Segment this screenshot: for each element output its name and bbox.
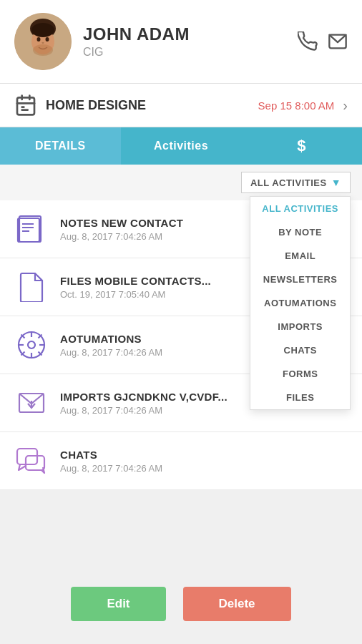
breadcrumb-title: HOME DESIGNE (46, 98, 250, 113)
svg-rect-32 (26, 456, 44, 470)
header: JOHN ADAM CIG (0, 0, 362, 84)
breadcrumb-date: Sep 15 8:00 AM (258, 99, 335, 112)
delete-button[interactable]: Delete (183, 587, 291, 621)
tabs: DETAILS Activities $ (0, 127, 362, 165)
file-icon (14, 270, 49, 304)
activity-title-chats: CHATS (60, 449, 348, 461)
svg-rect-14 (19, 216, 41, 242)
edit-button[interactable]: Edit (71, 587, 165, 621)
tab-details[interactable]: DETAILS (0, 127, 121, 165)
chats-icon (14, 444, 49, 478)
svg-point-20 (28, 341, 35, 348)
header-company: CIG (83, 46, 286, 59)
avatar (14, 13, 72, 70)
dropdown-item-chats[interactable]: CHATS (250, 338, 350, 362)
notes-icon (14, 212, 49, 246)
filter-button[interactable]: ALL ACTIVITIES ▼ (241, 172, 351, 193)
calendar-icon (14, 94, 37, 117)
svg-rect-15 (18, 218, 39, 242)
bottom-bar: Edit Delete (0, 570, 362, 644)
filter-label: ALL ACTIVITIES (250, 177, 327, 188)
svg-point-4 (46, 37, 49, 42)
tab-activities[interactable]: Activities (121, 127, 242, 165)
filter-dropdown: ALL ACTIVITIES BY NOTE EMAIL NEWSLETTERS… (250, 196, 351, 410)
dropdown-item-email[interactable]: EMAIL (250, 244, 350, 268)
email-icon[interactable] (328, 31, 348, 52)
tab-dollar[interactable]: $ (241, 127, 362, 165)
svg-point-6 (31, 23, 54, 37)
dropdown-item-newsletters[interactable]: NEWSLETTERS (250, 268, 350, 291)
imports-icon (14, 386, 49, 420)
dropdown-item-by-note[interactable]: BY NOTE (250, 220, 350, 244)
activity-item-chats: CHATS Aug. 8, 2017 7:04:26 AM (0, 432, 362, 490)
automations-icon (14, 328, 49, 362)
header-name: JOHN ADAM (83, 24, 286, 44)
dropdown-item-imports[interactable]: IMPORTS (250, 315, 350, 338)
filter-bar: ALL ACTIVITIES ▼ (0, 165, 362, 200)
svg-rect-8 (17, 97, 34, 114)
activity-date-chats: Aug. 8, 2017 7:04:26 AM (60, 463, 348, 474)
dropdown-item-aotumations[interactable]: AOTUMATIONS (250, 291, 350, 315)
svg-point-3 (37, 37, 41, 42)
breadcrumb-arrow[interactable]: › (343, 97, 348, 114)
svg-point-5 (33, 44, 53, 56)
header-info: JOHN ADAM CIG (83, 24, 286, 59)
breadcrumb-bar: HOME DESIGNE Sep 15 8:00 AM › (0, 84, 362, 127)
filter-dropdown-icon: ▼ (331, 177, 341, 188)
dropdown-item-all-activities[interactable]: ALL ACTIVITIES (250, 197, 350, 220)
activity-info-chats: CHATS Aug. 8, 2017 7:04:26 AM (60, 449, 348, 474)
phone-icon[interactable] (298, 31, 318, 52)
header-icons (298, 31, 348, 52)
dropdown-item-forms[interactable]: FORMS (250, 362, 350, 386)
dropdown-item-files[interactable]: FILES (250, 386, 350, 409)
